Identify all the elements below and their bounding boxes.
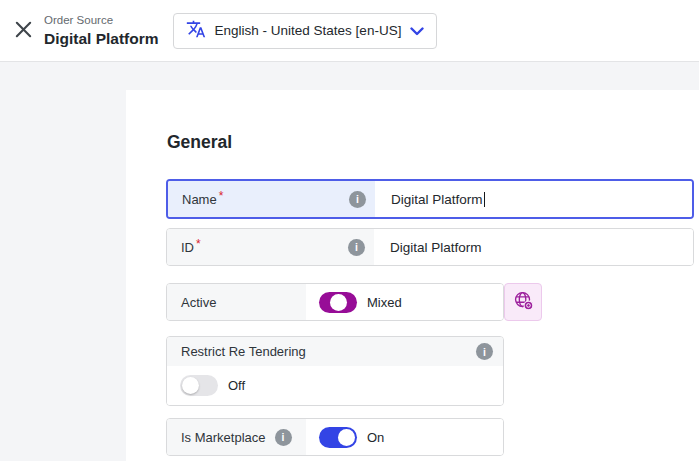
toggle-knob — [338, 429, 355, 446]
active-field-line: Active Mixed — [166, 283, 699, 321]
name-input-value: Digital Platform — [391, 192, 483, 207]
language-selector-value: English - United States [en-US] — [215, 23, 402, 38]
info-icon[interactable]: i — [348, 239, 365, 256]
language-selector[interactable]: English - United States [en-US] — [173, 13, 438, 49]
id-input[interactable]: Digital Platform — [374, 229, 693, 265]
toggle-knob — [182, 377, 199, 394]
required-asterisk: * — [219, 189, 224, 203]
active-state-label: Mixed — [367, 295, 402, 310]
drawer-header: Order Source Digital Platform English - … — [0, 0, 699, 62]
name-label-cell: Name* i — [168, 181, 375, 217]
close-icon — [14, 20, 33, 42]
chevron-down-icon — [410, 22, 424, 40]
toggle-knob — [330, 294, 347, 311]
close-button[interactable] — [9, 17, 37, 45]
entity-type-label: Order Source — [44, 13, 159, 27]
is-marketplace-toggle-area: On — [306, 419, 503, 455]
id-field-row: ID* i Digital Platform — [166, 228, 694, 266]
active-toggle[interactable] — [319, 292, 357, 313]
active-label: Active — [181, 295, 216, 310]
translate-icon — [186, 19, 206, 43]
active-label-cell: Active — [167, 284, 306, 320]
info-icon[interactable]: i — [476, 343, 493, 360]
restrict-re-tendering-label-cell: Restrict Re Tendering i — [167, 337, 503, 366]
restrict-re-tendering-field-row: Restrict Re Tendering i Off — [166, 336, 504, 406]
text-caret — [484, 192, 485, 207]
page-title: Digital Platform — [44, 29, 159, 48]
page-body: General Name* i Digital Platform ID* i D… — [0, 90, 699, 461]
id-label: ID* — [181, 240, 201, 255]
active-toggle-area: Mixed — [306, 284, 503, 320]
info-icon[interactable]: i — [349, 191, 366, 208]
restrict-re-tendering-label: Restrict Re Tendering — [181, 344, 306, 359]
id-label-cell: ID* i — [167, 229, 374, 265]
is-marketplace-toggle[interactable] — [319, 427, 357, 448]
restrict-re-tendering-toggle-area: Off — [167, 366, 503, 405]
title-block: Order Source Digital Platform — [44, 13, 159, 48]
name-input[interactable]: Digital Platform — [375, 181, 692, 217]
id-input-value: Digital Platform — [390, 240, 482, 255]
restrict-re-tendering-toggle[interactable] — [180, 375, 218, 396]
restrict-re-tendering-state-label: Off — [228, 378, 245, 393]
section-title: General — [167, 132, 699, 153]
name-label: Name* — [182, 192, 223, 207]
info-icon[interactable]: i — [275, 429, 292, 446]
active-field-row: Active Mixed — [166, 283, 504, 321]
is-marketplace-label-cell: Is Marketplace i — [167, 419, 306, 455]
globe-badge-icon — [513, 290, 534, 314]
is-marketplace-field-row: Is Marketplace i On — [166, 418, 504, 456]
form-panel: General Name* i Digital Platform ID* i D… — [126, 90, 699, 461]
localize-values-button[interactable] — [504, 283, 542, 321]
name-field-row: Name* i Digital Platform — [166, 179, 694, 219]
is-marketplace-state-label: On — [367, 430, 384, 445]
required-asterisk: * — [196, 237, 201, 251]
is-marketplace-label: Is Marketplace — [181, 430, 266, 445]
